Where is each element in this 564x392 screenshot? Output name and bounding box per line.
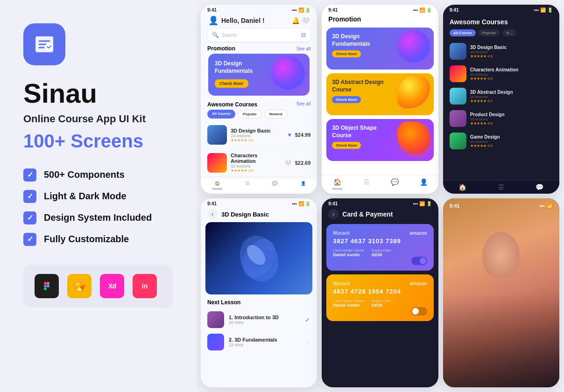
nav-profile[interactable]: 👤: [301, 181, 306, 191]
nav-list-p3[interactable]: ☰: [498, 183, 504, 191]
svg-rect-4: [44, 285, 47, 287]
bottom-nav-p2: 🏠Home ☰ 💬 👤: [322, 175, 438, 194]
nav-chat-p2[interactable]: 💬: [391, 178, 399, 191]
phone-mockup-promotion: 9:41 ▪▪▪ 📶 🔋 Promotion 3D Design Fundame…: [322, 5, 438, 194]
credit-card-1: Mocard 3827 4637 3103 7389 Card Holder N…: [326, 224, 433, 271]
feature-item: Fully Customizable: [23, 233, 173, 246]
status-bar-p2: 9:41 ▪▪▪ 📶 🔋: [322, 5, 438, 14]
nav-home[interactable]: 🏠Home: [212, 181, 222, 191]
nav-chat-p3[interactable]: 💬: [536, 183, 543, 191]
dark-course-2[interactable]: Characters Animation 32 lessons ★★★★★ 4.…: [443, 63, 559, 85]
lesson-item-1[interactable]: 1. Introduction to 3D 20 mins ✓: [201, 308, 317, 331]
dark-thumb-1: [450, 43, 466, 60]
svg-rect-2: [44, 282, 47, 285]
status-bar-p5: 9:41 ▪▪▪ 📶 🔋: [322, 198, 438, 207]
course-detail-header: ‹ 3D Design Basic: [201, 207, 317, 222]
amazon-logo-1: amazon: [409, 231, 427, 236]
feature-text-4: Fully Customizable: [44, 234, 129, 245]
left-panel: Sinau Online Course App UI Kit 100+ Scre…: [0, 0, 196, 392]
dark-thumb-3: [450, 88, 466, 105]
figma-icon: [35, 274, 59, 298]
brand-tagline: Online Course App UI Kit: [23, 113, 173, 125]
credit-card-2: Mocard 4637 4728 1904 7204 Card Holder N…: [326, 274, 433, 321]
nav-profile-p2[interactable]: 👤: [420, 178, 428, 191]
phone-mockup-dark: 9:41 ▪▪▪ 📶 🔋 Awesome Courses All Course …: [443, 5, 559, 194]
nav-home-p2[interactable]: 🏠Home: [332, 178, 342, 191]
phone-mockup-payment: 9:41 ▪▪▪ 📶 🔋 ‹ Card & Payment Mocard 382…: [322, 198, 438, 387]
check-icon-4: [23, 233, 36, 246]
course-list-p1: 3D Design Basic 24 lessons ★★★★★ 4.9 ♥ $…: [201, 121, 317, 177]
xd-icon: Xd: [100, 274, 124, 298]
features-list: 500+ Components Light & Dark Mode Design…: [23, 168, 173, 246]
dark-course-5[interactable]: Game Design 25 lessons ★★★★★ 4.5: [443, 130, 559, 152]
lesson-check-1: ✓: [305, 316, 310, 323]
card-toggle-1[interactable]: [411, 257, 427, 265]
check-icon-3: [23, 211, 36, 224]
lesson-item-2[interactable]: 2. 3D Fundamentals 22 mins ○: [201, 331, 317, 353]
amazon-logo-2: amazon: [409, 281, 427, 286]
bottom-nav-p1: 🏠Home ☰ 💬 👤: [201, 178, 317, 194]
nav-list-p2[interactable]: ☰: [364, 178, 370, 191]
status-bar-p4: 9:41 ▪▪▪ 📶 🔋: [201, 198, 317, 207]
sketch-icon: [67, 274, 92, 298]
course-hero-image: [205, 222, 312, 294]
course-thumb-1: [207, 125, 227, 145]
greeting-text: 👤 Hello, Daniel ! 🔔 🤍: [201, 14, 317, 28]
dark-course-1[interactable]: 3D Design Basic 24 lessons ★★★★★ 4.9: [443, 40, 559, 63]
check-now-btn-p1[interactable]: Check Now!: [215, 79, 248, 88]
check-now-p2-1[interactable]: Check Now!: [332, 96, 361, 103]
course-item-2[interactable]: Characters Animation 32 lessons ★★★★★ 4.…: [207, 149, 310, 177]
invision-icon: in: [133, 274, 157, 298]
back-btn-p5[interactable]: ‹: [328, 209, 338, 219]
payment-header: ‹ Card & Payment: [322, 207, 438, 224]
course-thumb-2: [207, 153, 227, 173]
promotion-title-p2: Promotion: [322, 14, 438, 28]
promo-card-yellow-p2: 3D Abstract Design Course Check Now!: [326, 73, 433, 115]
back-button-p4[interactable]: ‹: [207, 209, 218, 219]
check-icon-1: [23, 168, 36, 182]
phone-mockup-video: 9:41 ▪▪▪ 📶: [443, 198, 559, 387]
svg-rect-3: [47, 282, 49, 285]
search-bar-p1[interactable]: 🔍 Search ⊟: [207, 28, 310, 42]
svg-point-6: [47, 285, 49, 287]
awesome-courses-header: Awesome Courses See all: [201, 101, 317, 110]
svg-point-1: [45, 43, 53, 50]
screens-count: 100+ Screens: [23, 131, 173, 152]
phones-grid: 9:41 ▪▪▪ 📶 🔋 👤 Hello, Daniel ! 🔔 🤍 🔍 Sea…: [201, 5, 559, 387]
status-bar-p3: 9:41 ▪▪▪ 📶 🔋: [443, 5, 559, 14]
feature-text-1: 500+ Components: [44, 169, 125, 180]
right-panel: 9:41 ▪▪▪ 📶 🔋 👤 Hello, Daniel ! 🔔 🤍 🔍 Sea…: [196, 0, 564, 392]
feature-item: 500+ Components: [23, 168, 173, 182]
feature-text-3: Design System Included: [44, 212, 152, 223]
heart-icon-1: ♥: [288, 132, 291, 138]
awesome-courses-dark: Awesome Courses: [443, 14, 559, 29]
lesson-check-2: ○: [307, 338, 310, 346]
course-item-1[interactable]: 3D Design Basic 24 lessons ★★★★★ 4.9 ♥ $…: [207, 121, 310, 149]
face-shape: [482, 232, 520, 279]
check-now-p2-0[interactable]: Check Now!: [332, 50, 361, 57]
nav-chat[interactable]: 💬: [272, 181, 277, 191]
lesson-thumb-1: [207, 311, 224, 328]
promo-card-blue-p2: 3D Design Fundamentals Check Now!: [326, 28, 433, 70]
phone-mockup-course-detail: 9:41 ▪▪▪ 📶 🔋 ‹ 3D Design Basic Next Less…: [201, 198, 317, 387]
feature-text-2: Light & Dark Mode: [44, 191, 127, 202]
svg-rect-5: [44, 287, 47, 290]
overlay-gradient: [443, 293, 559, 388]
feature-item: Light & Dark Mode: [23, 190, 173, 203]
promo-card-p1: 3D Design Fundamentals Check Now!: [208, 54, 310, 96]
card-toggle-2[interactable]: [411, 307, 427, 315]
dark-course-4[interactable]: Product Design 16 lessons ★★★★★ 4.6: [443, 107, 559, 130]
dark-course-3[interactable]: 3D Abstract Design 18 lessons ★★★★★ 4.7: [443, 85, 559, 107]
promo-card-purple-p2: 3D Object Shape Course Check Now!: [326, 119, 433, 161]
next-lesson-title: Next Lesson: [201, 299, 317, 308]
heart-icon-2: 🤍: [284, 160, 291, 166]
dark-thumb-5: [450, 133, 466, 149]
status-bar-p6: 9:41 ▪▪▪ 📶: [450, 203, 553, 209]
nav-list[interactable]: ☰: [246, 181, 249, 191]
feature-item: Design System Included: [23, 211, 173, 224]
brand-name: Sinau: [23, 78, 173, 108]
promotion-header-p1: Promotion See all: [201, 45, 317, 54]
check-now-p2-2[interactable]: Check Now!: [332, 142, 361, 149]
nav-home-p3[interactable]: 🏠: [458, 183, 466, 191]
tools-bar: Xd in: [23, 265, 173, 308]
